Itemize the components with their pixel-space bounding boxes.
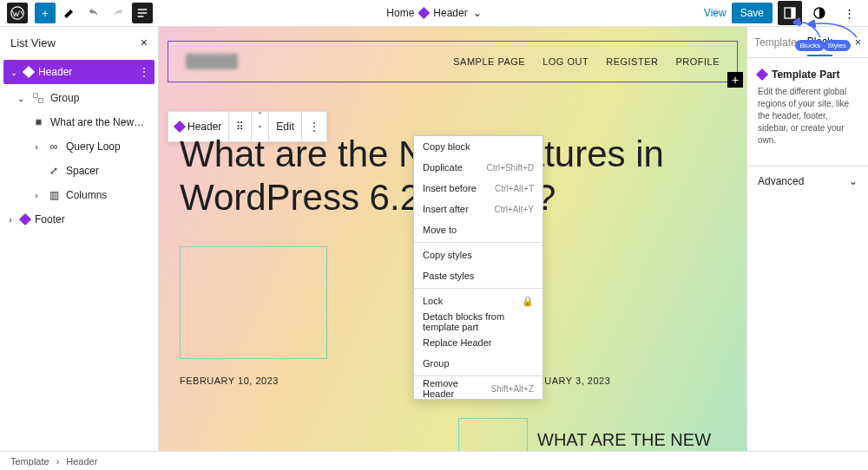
annotation-badge-blocks: Blocks bbox=[795, 40, 825, 51]
menu-insert-after[interactable]: Insert afterCtrl+Alt+Y bbox=[414, 199, 542, 219]
block-card-description: Edit the different global regions of you… bbox=[758, 86, 858, 147]
nav-link[interactable]: LOG OUT bbox=[542, 56, 589, 67]
tree-item-footer[interactable]: › Footer bbox=[0, 207, 158, 232]
chevron-down-icon: ⌄ bbox=[849, 175, 858, 187]
site-logo-placeholder bbox=[186, 54, 238, 69]
menu-paste-styles[interactable]: Paste styles bbox=[414, 265, 542, 286]
menu-copy-block[interactable]: Copy block bbox=[414, 136, 542, 157]
group-icon bbox=[31, 92, 45, 104]
list-view-panel: List View × ⌄ Header ⋮ ⌄ Group ◾ What ar… bbox=[0, 27, 159, 470]
list-view-title: List View bbox=[10, 36, 56, 49]
menu-detach[interactable]: Detach blocks from template part bbox=[414, 311, 542, 332]
template-part-icon bbox=[23, 66, 35, 78]
wp-logo[interactable] bbox=[7, 3, 28, 23]
columns-icon: ▥ bbox=[47, 189, 61, 201]
svg-rect-4 bbox=[34, 94, 38, 98]
editor-canvas[interactable]: SAMPLE PAGE LOG OUT REGISTER PROFILE + H… bbox=[159, 27, 746, 470]
annotation-arrow bbox=[790, 16, 825, 42]
chevron-down-icon: ⌄ bbox=[9, 68, 19, 77]
template-part-icon bbox=[418, 7, 430, 19]
chevron-down-icon: ⌄ bbox=[16, 94, 26, 103]
append-block-button[interactable]: + bbox=[727, 72, 743, 88]
tree-item-post[interactable]: ◾ What are the New Features in Word... bbox=[0, 110, 158, 134]
undo-button[interactable] bbox=[83, 3, 104, 23]
annotation-badge-styles: Styles bbox=[823, 40, 851, 51]
edit-tool-button[interactable] bbox=[59, 3, 80, 23]
chevron-right-icon: › bbox=[31, 191, 42, 200]
view-button[interactable]: View bbox=[704, 7, 727, 19]
svg-rect-5 bbox=[39, 99, 43, 103]
save-button[interactable]: Save bbox=[732, 3, 773, 23]
menu-replace[interactable]: Replace Header bbox=[414, 332, 542, 353]
image-placeholder bbox=[180, 246, 327, 359]
move-up-icon[interactable]: ⌃ bbox=[257, 112, 263, 119]
block-card-title: Template Part bbox=[758, 69, 858, 81]
chevron-down-icon: ⌄ bbox=[473, 7, 482, 19]
menu-group[interactable]: Group bbox=[414, 353, 542, 374]
loop-icon: ∞ bbox=[47, 140, 61, 153]
tree-item-header[interactable]: ⌄ Header ⋮ bbox=[3, 60, 155, 84]
tree-item-spacer[interactable]: ⤢ Spacer bbox=[0, 159, 158, 183]
template-part-icon bbox=[756, 69, 768, 81]
add-block-button[interactable]: + bbox=[35, 3, 56, 23]
nav-link[interactable]: PROFILE bbox=[675, 56, 720, 67]
menu-insert-before[interactable]: Insert beforeCtrl+Alt+T bbox=[414, 178, 542, 199]
chevron-right-icon: › bbox=[5, 215, 16, 225]
top-toolbar: + Home Header ⌄ View Save ⋮ bbox=[0, 0, 868, 27]
list-view-button[interactable] bbox=[132, 3, 153, 23]
template-part-icon bbox=[174, 121, 186, 133]
breadcrumb-item[interactable]: Header bbox=[66, 456, 97, 467]
post-date: FEBRUARY 10, 2023 bbox=[180, 375, 279, 386]
menu-move-to[interactable]: Move to bbox=[414, 219, 542, 240]
chevron-right-icon: › bbox=[31, 142, 42, 152]
header-label: Header bbox=[433, 7, 467, 19]
template-part-icon bbox=[19, 213, 31, 225]
menu-copy-styles[interactable]: Copy styles bbox=[414, 245, 542, 265]
tree-item-query-loop[interactable]: › ∞ Query Loop bbox=[0, 134, 158, 159]
nav-link[interactable]: REGISTER bbox=[606, 56, 658, 67]
home-label: Home bbox=[386, 7, 414, 19]
nav-link[interactable]: SAMPLE PAGE bbox=[453, 56, 525, 67]
spacer-icon: ⤢ bbox=[47, 165, 61, 177]
chevron-right-icon: › bbox=[56, 456, 60, 467]
tree-item-group[interactable]: ⌄ Group bbox=[0, 86, 158, 110]
inspector-panel: Template Block × Template Part Edit the … bbox=[746, 27, 868, 470]
menu-lock[interactable]: Lock🔒 bbox=[414, 290, 542, 311]
block-context-menu: Copy block DuplicateCtrl+Shift+D Insert … bbox=[413, 135, 543, 400]
item-options-icon[interactable]: ⋮ bbox=[139, 66, 149, 78]
breadcrumb: Template › Header bbox=[0, 451, 868, 470]
advanced-panel-toggle[interactable]: Advanced ⌄ bbox=[747, 166, 868, 196]
header-navigation: SAMPLE PAGE LOG OUT REGISTER PROFILE bbox=[453, 56, 720, 67]
lock-icon: 🔒 bbox=[522, 296, 534, 307]
move-down-icon[interactable]: ⌄ bbox=[257, 122, 263, 129]
header-block[interactable]: SAMPLE PAGE LOG OUT REGISTER PROFILE bbox=[168, 41, 738, 82]
post-icon: ◾ bbox=[31, 116, 45, 128]
document-title[interactable]: Home Header ⌄ bbox=[386, 7, 481, 19]
close-list-view-button[interactable]: × bbox=[141, 36, 148, 49]
redo-button[interactable] bbox=[108, 3, 128, 23]
tree-item-columns[interactable]: › ▥ Columns bbox=[0, 183, 158, 207]
breadcrumb-item[interactable]: Template bbox=[10, 456, 49, 467]
menu-duplicate[interactable]: DuplicateCtrl+Shift+D bbox=[414, 157, 542, 178]
menu-remove[interactable]: Remove HeaderShift+Alt+Z bbox=[414, 378, 542, 399]
